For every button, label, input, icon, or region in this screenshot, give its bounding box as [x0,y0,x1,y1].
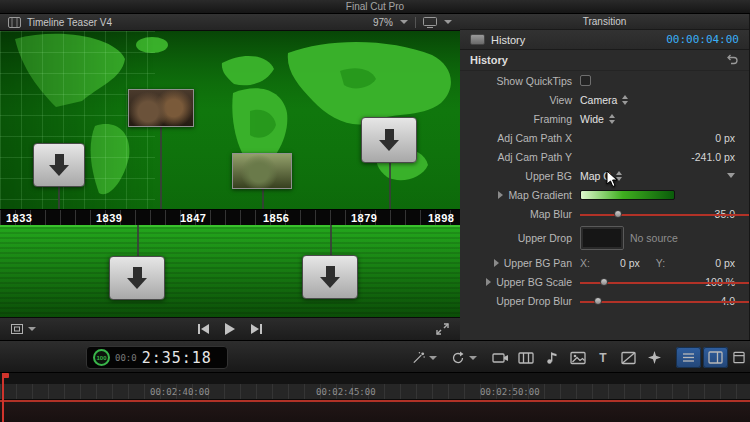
year-label: 1833 [6,212,32,224]
row-framing: Framing Wide [460,109,749,128]
map-gradient-swatch[interactable] [580,190,675,200]
section-header-history[interactable]: History [460,50,749,71]
framing-select-value: Wide [580,113,604,125]
down-arrow-icon [379,129,399,151]
viewer-canvas[interactable]: 1833 1839 1847 1856 1879 1898 [0,31,460,317]
music-browser-button[interactable] [540,347,564,368]
photo-icon [570,351,586,365]
mouse-cursor [606,170,619,188]
disclosure-icon[interactable] [494,259,499,267]
titles-browser-button[interactable]: T [592,347,614,368]
pan-y-value[interactable]: 0 px [715,257,735,269]
import-media-button[interactable] [488,347,512,368]
browser-panel-icon [733,351,745,364]
generators-icon [621,351,636,365]
display-options-chevron-icon[interactable] [444,20,452,24]
param-label: Upper BG Scale [460,276,572,288]
reset-icon[interactable] [725,54,739,66]
placard-stem [330,225,332,255]
timecode-display[interactable]: 100 00:0 2:35:18 [86,346,228,369]
tab-transition[interactable]: Transition [583,16,627,27]
transport-controls [198,323,262,335]
effect-duration-timecode: 00:00:04:00 [666,33,739,46]
chevron-down-icon [429,356,437,360]
upper-drop-blur-slider[interactable] [580,295,660,307]
fullscreen-icon[interactable] [435,322,450,336]
window-titlebar[interactable]: Final Cut Pro [0,0,750,14]
down-arrow-icon [127,267,147,289]
inspector-panel: Transition History 00:00:04:00 History [460,14,749,340]
row-adj-cam-path-y: Adj Cam Path Y -241.0 px [460,147,749,166]
zoom-chevron-icon[interactable] [400,20,408,24]
placard-stem [137,225,139,256]
timeline-index-button[interactable] [676,347,701,368]
music-note-icon [545,350,559,365]
view-select-value: Camera [580,94,617,106]
retime-button[interactable] [446,347,480,368]
adj-cam-path-x-value[interactable]: 0 px [715,132,735,144]
ruler-timecode: 00:02:45:00 [316,387,376,397]
previous-frame-button[interactable] [198,324,209,334]
upper-bg-scale-slider[interactable] [580,276,660,288]
timeline-ruler[interactable]: 00:02:40:00 00:02:45:00 00:02:50:00 [0,384,750,400]
enhancements-button[interactable] [408,347,440,368]
viewer-header: Timeline Teaser V4 97% [0,14,460,31]
view-select[interactable]: Camera [580,94,628,106]
divider [415,17,416,28]
disclosure-icon[interactable] [486,278,491,286]
index-list-icon [681,351,696,364]
year-label: 1898 [428,212,454,224]
playhead[interactable] [2,373,4,422]
fit-chevron-icon [28,327,36,331]
fcp-window: Final Cut Pro Timeline Teaser V4 97% [0,0,750,422]
timeline-placard [361,117,417,163]
inspector-body: History Show QuickTips View [460,50,749,340]
year-label: 1856 [263,212,289,224]
filmstrip-icon [518,351,534,365]
fit-zoom-button[interactable] [10,323,36,335]
inspector-toggle-button[interactable] [703,347,728,368]
window-title: Final Cut Pro [346,1,404,12]
chevron-down-icon[interactable] [727,173,735,178]
effects-browser-button[interactable] [642,347,666,368]
timeline-year-bar: 1833 1839 1847 1856 1879 1898 [0,209,460,225]
framing-select[interactable]: Wide [580,113,615,125]
param-label: Upper Drop [460,232,572,244]
timeline-track[interactable] [0,400,750,422]
param-label: Upper BG Pan [460,257,572,269]
play-button[interactable] [225,323,235,335]
next-frame-button[interactable] [251,324,262,334]
generators-browser-button[interactable] [616,347,640,368]
year-label: 1879 [351,212,377,224]
adj-cam-path-y-value[interactable]: -241.0 px [691,151,735,163]
main-area: Timeline Teaser V4 97% [0,14,750,340]
row-upper-drop-blur: Upper Drop Blur 4.0 [460,291,749,310]
upper-drop-well[interactable] [580,226,624,250]
timecode-main: 2:35:18 [142,349,212,367]
zoom-level[interactable]: 97% [373,17,393,28]
photo-stem [160,127,162,209]
lower-green-band [0,225,460,317]
row-upper-drop: Upper Drop No source [460,223,749,253]
effects-icon [647,350,662,365]
pan-x-value[interactable]: 0 px [620,257,640,269]
inspector-panel-icon [708,351,723,364]
map-blur-slider[interactable] [580,208,660,220]
fit-icon [10,323,24,335]
param-label: Adj Cam Path X [460,132,572,144]
project-timeline[interactable]: 00:02:40:00 00:02:45:00 00:02:50:00 [0,373,750,422]
media-browser-button[interactable] [514,347,538,368]
display-options-icon[interactable] [423,17,437,28]
main-toolbar: 100 00:0 2:35:18 [0,340,750,373]
viewer-title: Timeline Teaser V4 [27,17,112,28]
param-label: Map Gradient [460,189,572,201]
section-title: History [470,54,508,66]
gauge-value: 100 [96,355,106,361]
clip-icon [8,17,21,28]
quicktips-checkbox[interactable] [580,75,591,86]
photo-thumbnail [128,89,194,127]
disclosure-icon[interactable] [498,191,503,199]
param-label: Adj Cam Path Y [460,151,572,163]
browser-toggle-button[interactable] [730,347,748,368]
photos-browser-button[interactable] [566,347,590,368]
